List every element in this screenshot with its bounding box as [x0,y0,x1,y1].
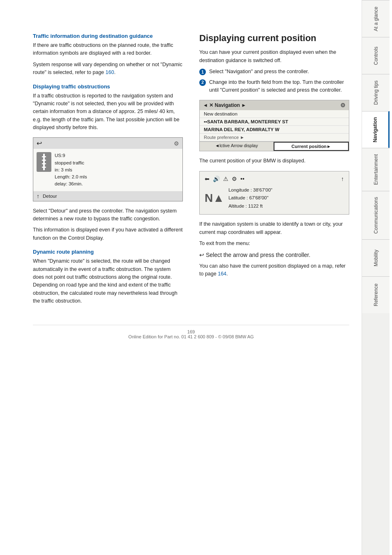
nav-route-pref: Route preference ► [200,134,349,141]
para-dynamic-route: When "Dynamic route" is selected, the ro… [33,257,183,305]
back-icon: ⬅ [205,176,210,182]
settings-icon: ⚙ [174,140,179,147]
pos-icons-row: ⬅ 🔊 ⚠ ⚙ •• ↑ [205,176,344,182]
intro-para: You can have your current position displ… [199,49,349,65]
para-obstructions-1: If a traffic obstruction is reported to … [33,92,183,132]
sidebar-tab-driving-tips[interactable]: Driving tips [362,74,390,111]
coordinates-display: Longitude : 38'67'00" Latitude : 67'68'0… [228,186,272,210]
page-number: 169 [33,329,349,334]
heading-dynamic-route: Dynamic route planning [33,249,183,255]
sidebar-tab-navigation[interactable]: Navigation [362,111,390,148]
nav-row-marina: MARINA DEL REY, ADMIRALTY W [200,126,349,134]
para-coordinates-info: If the navigation system is unable to id… [199,220,349,236]
step-1-text: Select "Navigation" and press the contro… [209,68,309,76]
para-traffic-info-1: If there are traffic obstructions on the… [33,42,183,58]
traffic-road-id: US:9 [55,152,87,159]
para-detour-2: This information is displayed even if yo… [33,226,183,242]
after-nav-text: The current position of your BMW is disp… [199,157,349,165]
nav-header: ◄ ✕ Navigation ► ⚙ [200,100,349,110]
sidebar-tab-reference[interactable]: Reference [362,276,390,313]
nav-screen-mockup: ◄ ✕ Navigation ► ⚙ New destination ••SAN… [199,100,349,151]
link-page-164[interactable]: 164 [218,271,226,277]
section-traffic-info: Traffic information during destination g… [33,33,183,77]
dots-icon: •• [240,176,244,182]
nav-tabs: ◄lctive Arrow display Current position► [200,141,349,151]
nav-row-new-dest: New destination [200,110,349,118]
left-column: Traffic information during destination g… [33,33,183,308]
pos-body: N▲ Longitude : 38'67'00" Latitude : 67'6… [205,186,344,210]
longitude-row: Longitude : 38'67'00" [228,186,272,194]
sidebar-tab-entertainment[interactable]: Entertainment [362,148,390,191]
traffic-icon-column [37,152,51,172]
main-content: Traffic information during destination g… [0,0,362,555]
para-detour-1: Select "Detour" and press the controller… [33,207,183,223]
traffic-distance: in: 3 mls [55,166,87,173]
heading-traffic-info: Traffic information during destination g… [33,33,183,39]
altitude-row: Altitude : 1122 ft [228,202,272,210]
traffic-info-box: ↩ ⚙ US:9 stopped traffic in: 3 mls Lengt… [33,137,183,201]
back-arrow-symbol: ↩ [199,252,206,258]
traffic-box-footer: ↑ Detour [33,191,182,201]
right-column: Displaying current position You can have… [199,33,349,308]
compass-display: N▲ [205,192,224,205]
sound-icon: 🔊 [213,176,220,182]
traffic-box-header: ↩ ⚙ [33,138,182,149]
traffic-info-text: US:9 stopped traffic in: 3 mls Length: 2… [55,152,87,187]
step-1-badge: 1 [199,69,206,75]
section-dynamic-route: Dynamic route planning When "Dynamic rou… [33,249,183,305]
undo-icon: ↩ [37,139,42,147]
detour-label: Detour [43,194,57,199]
step-2-badge: 2 [199,79,206,86]
position-display-mockup: ⬅ 🔊 ⚠ ⚙ •• ↑ N▲ Longitude : 38'67'00" [199,171,349,215]
main-heading: Displaying current position [199,33,349,44]
para-also: You can also have the current position d… [199,262,349,278]
steps-list: 1 Select "Navigation" and press the cont… [199,68,349,94]
sidebar: At a glance Controls Driving tips Naviga… [362,0,390,555]
back-instruction: ↩ Select the arrow and press the control… [199,251,349,260]
link-page-160[interactable]: 160 [106,69,114,75]
warning-icon: ⚠ [223,176,228,182]
arrow-up-icon: ↑ [37,193,39,199]
nav-row-santa-barbara: ••SANTA BARBARA, MONTERREY ST [200,118,349,126]
traffic-length: Length: 2.0 mls [55,173,87,180]
nav-settings-icon: ⚙ [340,102,346,109]
traffic-delay: delay: 36min. [55,180,87,187]
two-col-layout: Traffic information during destination g… [33,33,349,308]
up-arrow-icon: ↑ [341,176,344,182]
step-2-text: Change into the fourth field from the to… [209,79,349,95]
road-graphic [37,152,51,172]
to-exit-label: To exit from the menu: [199,240,349,247]
nav-tab-arrow-display[interactable]: ◄lctive Arrow display [200,142,274,151]
traffic-status: stopped traffic [55,160,87,166]
nav-tab-current-position[interactable]: Current position► [274,142,349,151]
step-2: 2 Change into the fourth field from the … [199,79,349,95]
heading-displaying-obstructions: Displaying traffic obstructions [33,83,183,90]
para-traffic-info-2: System response will vary depending on w… [33,61,183,77]
sidebar-tab-mobility[interactable]: Mobility [362,239,390,276]
sidebar-tab-communications[interactable]: Communications [362,191,390,239]
page-footer: 169 Online Edition for Part no. 01 41 2 … [33,325,349,339]
section-displaying-obstructions: Displaying traffic obstructions If a tra… [33,83,183,132]
sidebar-tab-controls[interactable]: Controls [362,37,390,74]
sidebar-tab-at-a-glance[interactable]: At a glance [362,0,390,37]
step-1: 1 Select "Navigation" and press the cont… [199,68,349,76]
traffic-box-body: US:9 stopped traffic in: 3 mls Length: 2… [33,149,182,191]
latitude-row: Latitude : 67'68'00" [228,194,272,202]
copyright-text: Online Edition for Part no. 01 41 2 600 … [33,334,349,339]
gear-icon-pos: ⚙ [232,176,237,182]
nav-header-title: ◄ ✕ Navigation ► [203,102,246,108]
